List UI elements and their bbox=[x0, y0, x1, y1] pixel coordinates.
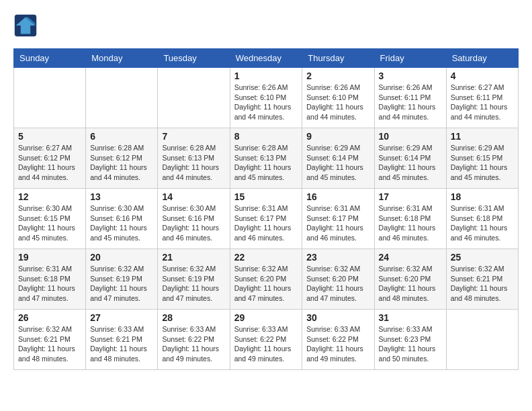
calendar-cell: 26Sunrise: 6:32 AM Sunset: 6:21 PM Dayli… bbox=[14, 310, 86, 370]
day-info: Sunrise: 6:29 AM Sunset: 6:14 PM Dayligh… bbox=[379, 143, 442, 183]
day-number: 4 bbox=[451, 71, 514, 81]
day-info: Sunrise: 6:28 AM Sunset: 6:13 PM Dayligh… bbox=[162, 143, 225, 183]
day-info: Sunrise: 6:31 AM Sunset: 6:17 PM Dayligh… bbox=[234, 203, 298, 243]
calendar-cell: 31Sunrise: 6:33 AM Sunset: 6:23 PM Dayli… bbox=[374, 310, 446, 370]
calendar-cell: 21Sunrise: 6:32 AM Sunset: 6:19 PM Dayli… bbox=[158, 249, 230, 310]
calendar-table: SundayMondayTuesdayWednesdayThursdayFrid… bbox=[13, 48, 519, 370]
day-info: Sunrise: 6:31 AM Sunset: 6:18 PM Dayligh… bbox=[18, 264, 81, 304]
day-info: Sunrise: 6:29 AM Sunset: 6:14 PM Dayligh… bbox=[306, 143, 369, 183]
day-number: 5 bbox=[18, 131, 81, 142]
day-info: Sunrise: 6:29 AM Sunset: 6:15 PM Dayligh… bbox=[451, 143, 514, 183]
page-header bbox=[13, 13, 519, 38]
calendar-cell: 29Sunrise: 6:33 AM Sunset: 6:22 PM Dayli… bbox=[230, 310, 302, 370]
calendar-cell: 4Sunrise: 6:27 AM Sunset: 6:11 PM Daylig… bbox=[446, 68, 518, 128]
weekday-header-tuesday: Tuesday bbox=[158, 49, 230, 68]
day-number: 6 bbox=[90, 131, 153, 142]
day-info: Sunrise: 6:33 AM Sunset: 6:22 PM Dayligh… bbox=[306, 324, 369, 364]
day-info: Sunrise: 6:32 AM Sunset: 6:20 PM Dayligh… bbox=[306, 264, 369, 304]
calendar-cell: 11Sunrise: 6:29 AM Sunset: 6:15 PM Dayli… bbox=[446, 128, 518, 189]
day-info: Sunrise: 6:32 AM Sunset: 6:19 PM Dayligh… bbox=[90, 264, 153, 304]
day-number: 3 bbox=[379, 71, 442, 81]
day-info: Sunrise: 6:33 AM Sunset: 6:22 PM Dayligh… bbox=[162, 324, 225, 364]
day-number: 16 bbox=[306, 191, 369, 202]
calendar-cell: 8Sunrise: 6:28 AM Sunset: 6:13 PM Daylig… bbox=[230, 128, 302, 189]
day-info: Sunrise: 6:32 AM Sunset: 6:19 PM Dayligh… bbox=[162, 264, 225, 304]
day-number: 8 bbox=[234, 131, 298, 142]
day-info: Sunrise: 6:30 AM Sunset: 6:15 PM Dayligh… bbox=[18, 203, 81, 243]
calendar-cell bbox=[86, 68, 158, 128]
calendar-cell: 19Sunrise: 6:31 AM Sunset: 6:18 PM Dayli… bbox=[14, 249, 86, 310]
day-number: 27 bbox=[90, 312, 153, 323]
logo-icon bbox=[13, 13, 38, 38]
weekday-header-thursday: Thursday bbox=[302, 49, 374, 68]
day-info: Sunrise: 6:31 AM Sunset: 6:18 PM Dayligh… bbox=[451, 203, 514, 243]
day-number: 21 bbox=[162, 252, 225, 263]
day-number: 19 bbox=[18, 252, 81, 263]
day-info: Sunrise: 6:31 AM Sunset: 6:17 PM Dayligh… bbox=[306, 203, 369, 243]
day-info: Sunrise: 6:32 AM Sunset: 6:20 PM Dayligh… bbox=[234, 264, 298, 304]
day-info: Sunrise: 6:28 AM Sunset: 6:12 PM Dayligh… bbox=[90, 143, 153, 183]
weekday-header-monday: Monday bbox=[86, 49, 158, 68]
day-number: 7 bbox=[162, 131, 225, 142]
calendar-cell: 3Sunrise: 6:26 AM Sunset: 6:11 PM Daylig… bbox=[374, 68, 446, 128]
day-number: 20 bbox=[90, 252, 153, 263]
calendar-cell: 17Sunrise: 6:31 AM Sunset: 6:18 PM Dayli… bbox=[374, 189, 446, 249]
weekday-header-wednesday: Wednesday bbox=[230, 49, 302, 68]
weekday-header-sunday: Sunday bbox=[14, 49, 86, 68]
day-info: Sunrise: 6:26 AM Sunset: 6:10 PM Dayligh… bbox=[306, 83, 369, 122]
day-number: 13 bbox=[90, 191, 153, 202]
weekday-header-saturday: Saturday bbox=[446, 49, 518, 68]
day-number: 18 bbox=[451, 191, 514, 202]
calendar-cell: 7Sunrise: 6:28 AM Sunset: 6:13 PM Daylig… bbox=[158, 128, 230, 189]
day-number: 10 bbox=[379, 131, 442, 142]
day-number: 9 bbox=[306, 131, 369, 142]
calendar-cell: 30Sunrise: 6:33 AM Sunset: 6:22 PM Dayli… bbox=[302, 310, 374, 370]
day-info: Sunrise: 6:32 AM Sunset: 6:20 PM Dayligh… bbox=[379, 264, 442, 304]
day-info: Sunrise: 6:27 AM Sunset: 6:11 PM Dayligh… bbox=[451, 83, 514, 122]
calendar-cell: 15Sunrise: 6:31 AM Sunset: 6:17 PM Dayli… bbox=[230, 189, 302, 249]
day-info: Sunrise: 6:30 AM Sunset: 6:16 PM Dayligh… bbox=[162, 203, 225, 243]
day-number: 2 bbox=[306, 71, 369, 81]
calendar-cell: 14Sunrise: 6:30 AM Sunset: 6:16 PM Dayli… bbox=[158, 189, 230, 249]
day-info: Sunrise: 6:32 AM Sunset: 6:21 PM Dayligh… bbox=[451, 264, 514, 304]
weekday-header-friday: Friday bbox=[374, 49, 446, 68]
day-info: Sunrise: 6:33 AM Sunset: 6:22 PM Dayligh… bbox=[234, 324, 298, 364]
calendar-cell: 28Sunrise: 6:33 AM Sunset: 6:22 PM Dayli… bbox=[158, 310, 230, 370]
day-number: 28 bbox=[162, 312, 225, 323]
day-info: Sunrise: 6:27 AM Sunset: 6:12 PM Dayligh… bbox=[18, 143, 81, 183]
calendar-cell: 22Sunrise: 6:32 AM Sunset: 6:20 PM Dayli… bbox=[230, 249, 302, 310]
day-number: 22 bbox=[234, 252, 298, 263]
day-number: 11 bbox=[451, 131, 514, 142]
day-info: Sunrise: 6:26 AM Sunset: 6:10 PM Dayligh… bbox=[234, 83, 298, 122]
day-info: Sunrise: 6:32 AM Sunset: 6:21 PM Dayligh… bbox=[18, 324, 81, 364]
calendar-cell: 24Sunrise: 6:32 AM Sunset: 6:20 PM Dayli… bbox=[374, 249, 446, 310]
day-number: 15 bbox=[234, 191, 298, 202]
day-number: 23 bbox=[306, 252, 369, 263]
day-number: 1 bbox=[234, 71, 298, 81]
calendar-cell: 20Sunrise: 6:32 AM Sunset: 6:19 PM Dayli… bbox=[86, 249, 158, 310]
calendar-cell: 5Sunrise: 6:27 AM Sunset: 6:12 PM Daylig… bbox=[14, 128, 86, 189]
calendar-cell bbox=[446, 310, 518, 370]
day-info: Sunrise: 6:31 AM Sunset: 6:18 PM Dayligh… bbox=[379, 203, 442, 243]
calendar-cell: 12Sunrise: 6:30 AM Sunset: 6:15 PM Dayli… bbox=[14, 189, 86, 249]
day-info: Sunrise: 6:28 AM Sunset: 6:13 PM Dayligh… bbox=[234, 143, 298, 183]
calendar-cell: 23Sunrise: 6:32 AM Sunset: 6:20 PM Dayli… bbox=[302, 249, 374, 310]
day-info: Sunrise: 6:30 AM Sunset: 6:16 PM Dayligh… bbox=[90, 203, 153, 243]
day-number: 31 bbox=[379, 312, 442, 323]
day-number: 25 bbox=[451, 252, 514, 263]
calendar-cell: 9Sunrise: 6:29 AM Sunset: 6:14 PM Daylig… bbox=[302, 128, 374, 189]
day-number: 29 bbox=[234, 312, 298, 323]
calendar-cell: 1Sunrise: 6:26 AM Sunset: 6:10 PM Daylig… bbox=[230, 68, 302, 128]
day-info: Sunrise: 6:33 AM Sunset: 6:23 PM Dayligh… bbox=[379, 324, 442, 364]
calendar-cell: 13Sunrise: 6:30 AM Sunset: 6:16 PM Dayli… bbox=[86, 189, 158, 249]
calendar-cell: 10Sunrise: 6:29 AM Sunset: 6:14 PM Dayli… bbox=[374, 128, 446, 189]
calendar-cell: 18Sunrise: 6:31 AM Sunset: 6:18 PM Dayli… bbox=[446, 189, 518, 249]
calendar-cell: 16Sunrise: 6:31 AM Sunset: 6:17 PM Dayli… bbox=[302, 189, 374, 249]
day-number: 26 bbox=[18, 312, 81, 323]
calendar-cell: 6Sunrise: 6:28 AM Sunset: 6:12 PM Daylig… bbox=[86, 128, 158, 189]
day-number: 14 bbox=[162, 191, 225, 202]
day-info: Sunrise: 6:26 AM Sunset: 6:11 PM Dayligh… bbox=[379, 83, 442, 122]
day-info: Sunrise: 6:33 AM Sunset: 6:21 PM Dayligh… bbox=[90, 324, 153, 364]
day-number: 12 bbox=[18, 191, 81, 202]
logo bbox=[13, 13, 40, 38]
